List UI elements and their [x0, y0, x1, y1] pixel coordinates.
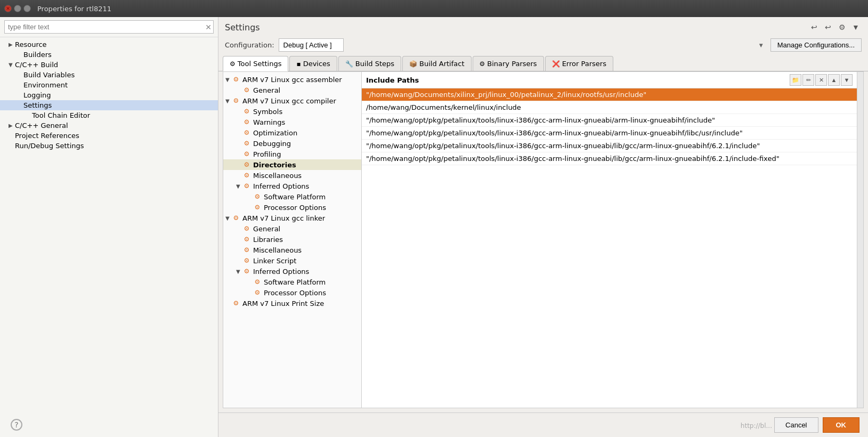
panel-header: Settings ↩ ↩ ⚙ ▼ — [218, 17, 868, 35]
tree-directories[interactable]: ⚙ Directories — [223, 159, 361, 170]
sidebar-item-project-references[interactable]: Project References — [0, 131, 218, 141]
config-row: Configuration: Debug [ Active ] Manage C… — [218, 35, 868, 56]
tree-profiling[interactable]: ⚙ Profiling — [223, 149, 361, 159]
icon-profiling: ⚙ — [242, 150, 251, 158]
icon-sp: ⚙ — [253, 192, 262, 201]
tree-symbols[interactable]: ⚙ Symbols — [223, 106, 361, 117]
dropdown-button[interactable]: ▼ — [850, 21, 862, 33]
window-title: Properties for rtl8211 — [37, 5, 111, 13]
cancel-button[interactable]: Cancel — [774, 417, 818, 433]
icon-directories: ⚙ — [242, 160, 251, 169]
tree-libraries[interactable]: ⚙ Libraries — [223, 234, 361, 245]
arrow-arm-assembler: ▼ — [225, 77, 232, 83]
sidebar-item-environment[interactable]: Environment — [0, 80, 218, 90]
redo-button[interactable]: ↩ — [822, 21, 834, 33]
icon-aag: ⚙ — [242, 86, 251, 94]
paths-list: "/home/wang/Documents/xilinx_prj/linux_0… — [362, 88, 857, 408]
maximize-button[interactable] — [23, 5, 31, 12]
tree-arm-assembler-general[interactable]: ⚙ General — [223, 85, 361, 95]
tool-tree-panel: ▼ ⚙ ARM v7 Linux gcc assembler ⚙ General… — [223, 72, 362, 408]
tabs-container: ⚙ Tool Settings ▪ Devices 🔧 Build Steps … — [218, 56, 868, 71]
gear-button[interactable]: ⚙ — [836, 21, 848, 33]
tree-optimization[interactable]: ⚙ Optimization — [223, 127, 361, 138]
config-label: Configuration: — [225, 41, 274, 49]
sidebar-item-tool-chain-editor[interactable]: Tool Chain Editor — [0, 110, 218, 120]
sidebar-item-resource[interactable]: ▶ Resource — [0, 39, 218, 50]
sidebar-item-build-variables[interactable]: Build Variables — [0, 70, 218, 80]
label-linker-processor-options: Processor Options — [264, 289, 326, 297]
delete-path-button[interactable]: ✕ — [815, 74, 827, 86]
path-item-5[interactable]: "/home/wang/opt/pkg/petalinux/tools/linu… — [362, 152, 857, 165]
label-aag: General — [253, 86, 280, 94]
tree-processor-options[interactable]: ⚙ Processor Options — [223, 202, 361, 213]
icon-arm-assembler: ⚙ — [232, 75, 240, 84]
label-linker-inferred: Inferred Options — [253, 268, 309, 276]
tab-label-error-parsers: Error Parsers — [562, 60, 606, 68]
tree-linker-misc[interactable]: ⚙ Miscellaneous — [223, 245, 361, 255]
icon-lpo: ⚙ — [253, 288, 262, 297]
close-button[interactable]: ✕ — [4, 5, 12, 12]
sidebar-label-environment: Environment — [23, 81, 68, 89]
sidebar-item-cpp-general[interactable]: ▶ C/C++ General — [0, 120, 218, 131]
minimize-button[interactable] — [14, 5, 21, 12]
tree-warnings[interactable]: ⚙ Warnings — [223, 117, 361, 127]
icon-lsp: ⚙ — [253, 278, 262, 286]
tree-software-platform[interactable]: ⚙ Software Platform — [223, 191, 361, 202]
right-panel: Settings ↩ ↩ ⚙ ▼ Configuration: Debug [ … — [218, 17, 868, 437]
icon-po: ⚙ — [253, 203, 262, 212]
tree-linker-script[interactable]: ⚙ Linker Script — [223, 255, 361, 266]
scrollbar[interactable] — [857, 72, 863, 408]
sidebar-item-settings[interactable]: Settings — [0, 100, 218, 110]
config-select[interactable]: Debug [ Active ] — [279, 38, 344, 52]
tab-tool-settings[interactable]: ⚙ Tool Settings — [223, 56, 288, 71]
window-controls[interactable]: ✕ — [4, 5, 31, 12]
icon-optimization: ⚙ — [242, 128, 251, 137]
sidebar-item-cpp-build[interactable]: ▼ C/C++ Build — [0, 60, 218, 70]
label-symbols: Symbols — [253, 108, 282, 116]
manage-configurations-button[interactable]: Manage Configurations... — [770, 38, 862, 52]
filter-input[interactable] — [4, 20, 214, 34]
label-linker-general: General — [253, 225, 280, 233]
label-linker-software-platform: Software Platform — [264, 278, 326, 286]
edit-path-button[interactable]: ✏ — [802, 74, 814, 86]
tree-inferred-options[interactable]: ▼ ⚙ Inferred Options — [223, 181, 361, 191]
undo-button[interactable]: ↩ — [808, 21, 820, 33]
path-item-0[interactable]: "/home/wang/Documents/xilinx_prj/linux_0… — [362, 88, 857, 101]
filter-input-wrap: ✕ — [4, 20, 214, 34]
tab-build-steps[interactable]: 🔧 Build Steps — [338, 56, 401, 71]
tab-devices[interactable]: ▪ Devices — [289, 56, 337, 71]
add-path-button[interactable]: 📁 — [790, 74, 801, 86]
tree-linker-general[interactable]: ⚙ General — [223, 223, 361, 234]
label-linker-misc: Miscellaneous — [253, 246, 302, 254]
icon-libs: ⚙ — [242, 235, 251, 244]
tab-label-build-artifact: Build Artifact — [419, 60, 465, 68]
tree-linker-inferred[interactable]: ▼ ⚙ Inferred Options — [223, 266, 361, 277]
tree-debugging[interactable]: ⚙ Debugging — [223, 138, 361, 149]
path-item-3[interactable]: "/home/wang/opt/pkg/petalinux/tools/linu… — [362, 127, 857, 140]
sidebar-item-builders[interactable]: Builders — [0, 50, 218, 60]
tree-linker-processor-options[interactable]: ⚙ Processor Options — [223, 287, 361, 298]
tab-binary-parsers[interactable]: ⚙ Binary Parsers — [473, 56, 544, 71]
label-arm-print-size: ARM v7 Linux Print Size — [242, 300, 324, 307]
tree-miscellaneous[interactable]: ⚙ Miscellaneous — [223, 170, 361, 181]
icon-lm: ⚙ — [242, 246, 251, 254]
tree-arm-compiler[interactable]: ▼ ⚙ ARM v7 Linux gcc compiler — [223, 95, 361, 106]
tree-linker-software-platform[interactable]: ⚙ Software Platform — [223, 277, 361, 287]
move-down-button[interactable]: ▼ — [841, 74, 853, 86]
path-item-1[interactable]: /home/wang/Documents/kernel/linux/includ… — [362, 101, 857, 114]
label-arm-compiler: ARM v7 Linux gcc compiler — [242, 97, 336, 105]
move-up-button[interactable]: ▲ — [828, 74, 840, 86]
tree-arm-assembler[interactable]: ▼ ⚙ ARM v7 Linux gcc assembler — [223, 74, 361, 85]
tree-arm-print-size[interactable]: ⚙ ARM v7 Linux Print Size — [223, 298, 361, 309]
tree-arm-linker[interactable]: ▼ ⚙ ARM v7 Linux gcc linker — [223, 213, 361, 223]
path-item-4[interactable]: "/home/wang/opt/pkg/petalinux/tools/linu… — [362, 140, 857, 152]
sidebar-item-run-debug[interactable]: Run/Debug Settings — [0, 141, 218, 151]
filter-clear-button[interactable]: ✕ — [205, 23, 212, 31]
sidebar-item-logging[interactable]: Logging — [0, 90, 218, 100]
tab-build-artifact[interactable]: 📦 Build Artifact — [402, 56, 472, 71]
path-item-2[interactable]: "/home/wang/opt/pkg/petalinux/tools/linu… — [362, 114, 857, 127]
help-button[interactable]: ? — [11, 419, 22, 431]
ok-button[interactable]: OK — [823, 417, 860, 433]
tab-error-parsers[interactable]: ❌ Error Parsers — [545, 56, 613, 71]
label-arm-assembler: ARM v7 Linux gcc assembler — [242, 76, 342, 84]
